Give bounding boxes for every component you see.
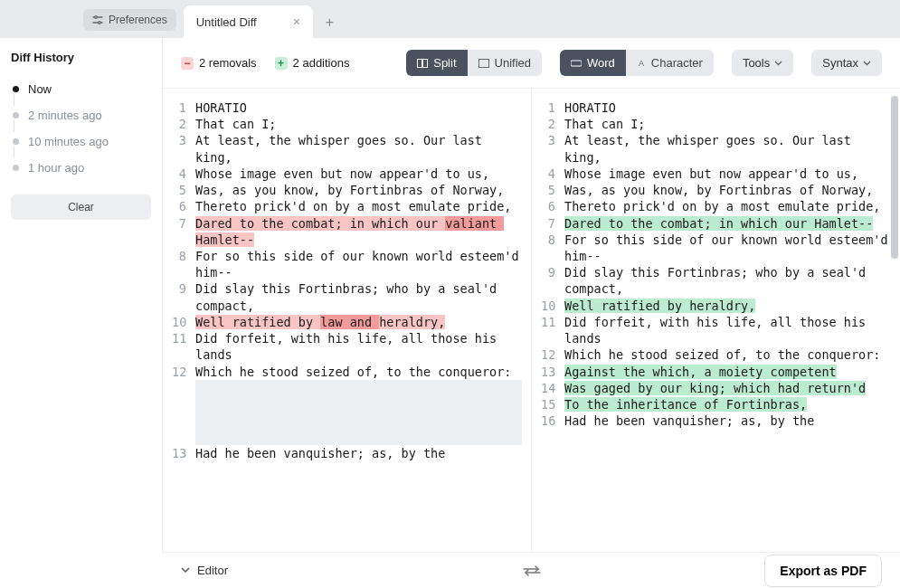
diff-row: 9Did slay this Fortinbras; who by a seal… bbox=[163, 280, 531, 313]
line-number: 2 bbox=[541, 116, 564, 132]
line-number: 1 bbox=[541, 100, 564, 116]
line-number: 12 bbox=[172, 364, 195, 380]
line-number: 1 bbox=[172, 100, 195, 116]
line-text: Dared to the combat; in which our valian… bbox=[195, 215, 522, 248]
line-number: 9 bbox=[541, 264, 564, 280]
diff-row: 7Dared to the combat; in which our valia… bbox=[163, 215, 531, 248]
bottom-bar: Editor Export as PDF bbox=[163, 552, 900, 588]
line-text: For so this side of our known world este… bbox=[195, 248, 522, 280]
history-item-label: 2 minutes ago bbox=[28, 109, 102, 122]
character-granularity-button[interactable]: A Character bbox=[626, 50, 714, 76]
unified-label: Unified bbox=[495, 56, 531, 70]
left-pane[interactable]: 1HORATIO2That can I;3At least, the whisp… bbox=[163, 89, 532, 552]
minus-icon: − bbox=[181, 57, 194, 70]
line-text: Did slay this Fortinbras; who by a seal'… bbox=[564, 264, 891, 297]
diff-row: 13Against the which, a moiety competent bbox=[532, 364, 900, 380]
line-text: At least, the whisper goes so. Our last … bbox=[195, 132, 522, 165]
sidebar: Diff History Now2 minutes ago10 minutes … bbox=[0, 38, 163, 552]
line-text: HORATIO bbox=[564, 100, 891, 116]
character-icon: A bbox=[637, 59, 646, 68]
diff-row: 5Was, as you know, by Fortinbras of Norw… bbox=[532, 182, 900, 198]
sidebar-heading: Diff History bbox=[11, 51, 151, 64]
tools-dropdown[interactable]: Tools bbox=[732, 50, 793, 76]
unified-icon bbox=[478, 59, 489, 68]
history-item[interactable]: 2 minutes ago bbox=[11, 103, 151, 128]
syntax-label: Syntax bbox=[822, 56, 858, 70]
view-mode-toggle: Split Unified bbox=[406, 50, 542, 76]
clear-history-button[interactable]: Clear bbox=[11, 194, 151, 220]
history-item-label: Now bbox=[28, 82, 52, 96]
line-number: 11 bbox=[172, 330, 195, 346]
line-number: 14 bbox=[541, 380, 564, 396]
diff-row: 3At least, the whisper goes so. Our last… bbox=[532, 132, 900, 165]
right-pane[interactable]: 1HORATIO2That can I;3At least, the whisp… bbox=[532, 89, 900, 552]
line-text: Whose image even but now appear'd to us, bbox=[564, 166, 891, 182]
diff-row: 6Thereto prick'd on by a most emulate pr… bbox=[163, 198, 531, 214]
line-text: To the inheritance of Fortinbras, bbox=[564, 396, 891, 413]
line-number: 16 bbox=[541, 413, 564, 429]
unified-view-button[interactable]: Unified bbox=[468, 50, 542, 76]
line-number: 2 bbox=[172, 116, 195, 132]
active-tab-label: Untitled Diff bbox=[196, 15, 257, 29]
word-label: Word bbox=[587, 56, 615, 70]
swap-sides-button[interactable] bbox=[521, 564, 543, 577]
diff-row: 8For so this side of our known world est… bbox=[532, 232, 900, 264]
line-text: HORATIO bbox=[195, 100, 522, 116]
editor-label: Editor bbox=[197, 564, 228, 577]
line-number: 11 bbox=[541, 314, 564, 330]
toolbar: − 2 removals + 2 additions Split bbox=[163, 38, 900, 89]
diff-row: 1HORATIO bbox=[532, 100, 900, 116]
svg-rect-7 bbox=[571, 61, 582, 66]
diff-gap bbox=[195, 380, 522, 445]
line-number: 8 bbox=[541, 232, 564, 248]
chevron-down-icon bbox=[181, 567, 190, 574]
line-text: That can I; bbox=[195, 116, 522, 132]
preferences-tab-label: Preferences bbox=[109, 14, 167, 26]
line-text: Was gaged by our king; which had return'… bbox=[564, 380, 891, 396]
line-text: Against the which, a moiety competent bbox=[564, 364, 891, 380]
diff-row: 10Well ratified by law and heraldry, bbox=[163, 314, 531, 330]
history-item-label: 1 hour ago bbox=[28, 161, 84, 175]
line-number: 4 bbox=[541, 166, 564, 182]
diff-row: 3At least, the whisper goes so. Our last… bbox=[163, 132, 531, 165]
line-number: 3 bbox=[172, 132, 195, 148]
diff-row: 12Which he stood seized of, to the conqu… bbox=[532, 346, 900, 363]
history-item[interactable]: 1 hour ago bbox=[11, 156, 151, 180]
line-number: 6 bbox=[541, 198, 564, 214]
tools-label: Tools bbox=[743, 56, 770, 70]
history-item-label: 10 minutes ago bbox=[28, 135, 109, 148]
syntax-dropdown[interactable]: Syntax bbox=[811, 50, 882, 76]
word-granularity-button[interactable]: Word bbox=[560, 50, 626, 76]
word-icon bbox=[571, 59, 582, 68]
svg-point-3 bbox=[99, 22, 101, 24]
split-view-button[interactable]: Split bbox=[406, 50, 467, 76]
svg-rect-5 bbox=[423, 59, 428, 67]
export-pdf-button[interactable]: Export as PDF bbox=[764, 555, 882, 587]
diff-row: 6Thereto prick'd on by a most emulate pr… bbox=[532, 198, 900, 214]
close-icon[interactable]: × bbox=[293, 14, 300, 29]
diff-row: 11Did forfeit, with his life, all those … bbox=[163, 330, 531, 363]
preferences-tab[interactable]: Preferences bbox=[83, 9, 176, 31]
editor-toggle[interactable]: Editor bbox=[181, 564, 228, 577]
line-text: Whose image even but now appear'd to us, bbox=[195, 166, 522, 182]
line-text: Well ratified by heraldry, bbox=[564, 298, 891, 314]
line-text: Had he been vanquisher; as, by the bbox=[195, 445, 522, 461]
line-text: Which he stood seized of, to the conquer… bbox=[564, 346, 891, 363]
line-number: 8 bbox=[172, 248, 195, 264]
plus-icon: + bbox=[275, 57, 288, 70]
diff-row: 12Which he stood seized of, to the conqu… bbox=[163, 364, 531, 380]
scrollbar[interactable] bbox=[891, 96, 898, 259]
main-area: Diff History Now2 minutes ago10 minutes … bbox=[0, 38, 900, 552]
add-tab-button[interactable]: + bbox=[313, 7, 346, 38]
line-number: 5 bbox=[541, 182, 564, 198]
character-label: Character bbox=[651, 56, 703, 70]
history-list: Now2 minutes ago10 minutes ago1 hour ago bbox=[11, 77, 151, 180]
diff-row: 11Did forfeit, with his life, all those … bbox=[532, 314, 900, 346]
line-text: Thereto prick'd on by a most emulate pri… bbox=[195, 198, 522, 214]
history-item[interactable]: 10 minutes ago bbox=[11, 129, 151, 154]
active-tab[interactable]: Untitled Diff × bbox=[184, 5, 313, 38]
svg-rect-4 bbox=[418, 59, 422, 67]
line-text: Had he been vanquisher; as, by the bbox=[564, 413, 891, 429]
history-item[interactable]: Now bbox=[11, 77, 151, 101]
line-number: 3 bbox=[541, 132, 564, 148]
